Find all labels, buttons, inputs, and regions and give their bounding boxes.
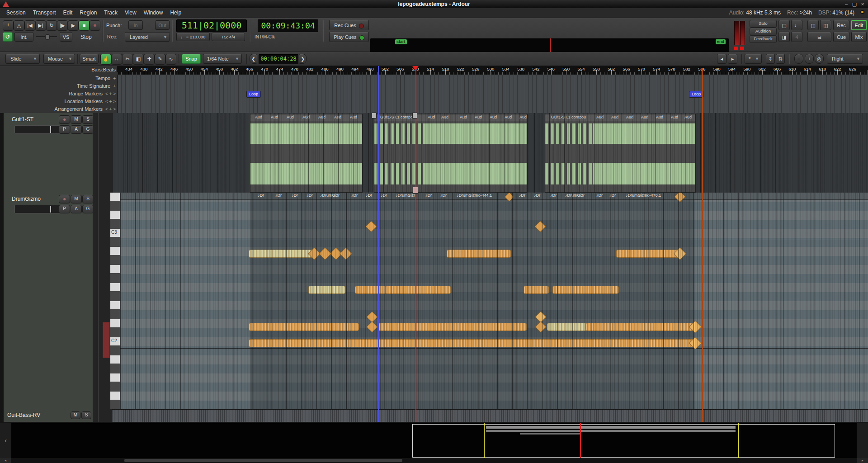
ruler-lane-3[interactable]: [118, 90, 868, 98]
secondary-clock[interactable]: 00:09:43:04: [258, 19, 318, 32]
midi-region-name[interactable]: ♪Dr: [425, 193, 432, 198]
menu-track[interactable]: Track: [100, 8, 121, 17]
maximize-button[interactable]: ▢: [851, 1, 858, 7]
start-marker[interactable]: start: [395, 39, 407, 44]
audio-track-canvas-guit1[interactable]: AudAudAudAudAudAudAudGuit1-ST.1 compouAu…: [112, 113, 868, 193]
grid-unit-dropdown[interactable]: 1/64 Note▼: [203, 54, 242, 64]
playhead-cursor-icon[interactable]: [412, 66, 419, 71]
monitor-count-button[interactable]: 4: [791, 32, 802, 42]
follow-playhead-icon[interactable]: ♩: [791, 20, 802, 30]
midi-region-name[interactable]: ♪Dr: [275, 193, 282, 198]
feedback-indicator-button[interactable]: Feedback: [750, 35, 777, 43]
midi-scroomer-keyboard[interactable]: C3 C2: [110, 193, 120, 409]
zoom-focus-dropdown[interactable]: Right▼: [827, 54, 863, 64]
punch-out-button[interactable]: Out: [155, 20, 170, 30]
transport-loop-button[interactable]: ↻: [46, 20, 57, 31]
transport-play-range-button[interactable]: |▶: [57, 20, 68, 31]
nav-prev-button[interactable]: ❮: [250, 54, 257, 64]
tool-grab-content-button[interactable]: ✚: [144, 54, 155, 65]
midi-region-name[interactable]: ♪Dr: [258, 193, 264, 198]
summary-right-edge[interactable]: [857, 423, 868, 458]
midi-region-name[interactable]: ♪Dr: [519, 193, 525, 198]
ruler-label-arrangement-markers[interactable]: Arrangement Markers< + >: [0, 106, 116, 113]
meter-clip-right[interactable]: [740, 47, 744, 50]
track-name[interactable]: Guit1-ST: [12, 116, 33, 123]
audio-region[interactable]: Guit1-ST.1 compouAudAudAudAudAudAudAud: [374, 114, 528, 193]
ruler-lane-controls[interactable]: < + >: [105, 107, 116, 112]
menu-region[interactable]: Region: [76, 8, 100, 17]
ruler-lane-controls[interactable]: < + >: [105, 99, 116, 104]
midi-note[interactable]: [308, 286, 345, 294]
gain-fader[interactable]: [14, 205, 62, 213]
punch-in-button[interactable]: In: [128, 20, 143, 30]
record-enable-button[interactable]: ●: [59, 195, 70, 203]
zoom-out-button[interactable]: −: [794, 54, 803, 64]
midi-note[interactable]: [552, 286, 619, 294]
loop-range-marker[interactable]: Loop: [689, 91, 703, 98]
ruler-lane-1[interactable]: [118, 75, 868, 83]
zoom-to-session-button[interactable]: ◎: [815, 54, 824, 64]
summary-prev-button[interactable]: ‹: [0, 423, 11, 458]
midi-region-area[interactable]: [250, 193, 695, 409]
tool-trim-button[interactable]: ◧: [133, 54, 144, 65]
nav-clock[interactable]: 00:00:04:28: [259, 54, 298, 64]
edit-point-dropdown[interactable]: Mouse▼: [43, 54, 75, 64]
midi-region-name[interactable]: ♪Dr: [609, 193, 616, 198]
rec-page-button[interactable]: Rec: [833, 20, 849, 30]
play-cues-button[interactable]: Play Cues: [329, 32, 369, 42]
group-button[interactable]: G: [82, 125, 94, 134]
session-summary[interactable]: [11, 423, 857, 458]
marker-menu-dropdown[interactable]: *▼: [745, 54, 762, 64]
ruler-label-range-markers[interactable]: Range Markers< + >: [0, 91, 116, 98]
ruler-lane-controls[interactable]: < + >: [105, 91, 116, 96]
midi-note[interactable]: [249, 339, 695, 347]
edit-mode-dropdown[interactable]: Slide▼: [5, 54, 40, 64]
playlist-button[interactable]: P: [59, 205, 70, 213]
ruler-canvas[interactable]: 4344384424464504544584624664704744784824…: [118, 66, 868, 113]
midi-region-name[interactable]: ♪Dr: [351, 193, 358, 198]
midi-note[interactable]: [616, 250, 680, 258]
midi-region-name[interactable]: ♪Dr: [366, 193, 372, 198]
edit-page-button[interactable]: Edit: [851, 20, 867, 30]
midi-note[interactable]: [447, 250, 511, 258]
audition-indicator-button[interactable]: Audition: [750, 28, 777, 35]
midi-region-name[interactable]: ♪DrumGizr: [320, 193, 340, 198]
midi-note[interactable]: [249, 323, 359, 331]
menu-help[interactable]: Help: [166, 8, 185, 17]
track-header-guit1[interactable]: Guit1-ST ● M S P A G: [4, 113, 93, 193]
loop-range-marker[interactable]: Loop: [246, 91, 261, 98]
solo-button[interactable]: S: [82, 115, 94, 124]
transport-play-button[interactable]: ▶: [68, 20, 79, 31]
ruler-lane-controls[interactable]: +: [113, 76, 116, 81]
summary-viewbox[interactable]: [412, 424, 835, 458]
rec-mode-dropdown[interactable]: Layered▼: [125, 32, 170, 42]
midi-region-name[interactable]: ♪DrumGizr: [396, 193, 415, 198]
marker-handle[interactable]: [413, 187, 418, 194]
fit-tracks-button[interactable]: ⇕: [766, 54, 775, 64]
monitor-int-button[interactable]: Int.: [14, 32, 33, 42]
transport-goto-end-button[interactable]: ▶|: [35, 20, 46, 31]
midi-region-name[interactable]: ♪DrumGizmo-470.1: [626, 193, 661, 198]
ruler-lane-5[interactable]: [118, 105, 868, 113]
transport-midi-panic-button[interactable]: !: [3, 20, 14, 31]
tool-grab-button[interactable]: ☝: [100, 54, 111, 65]
midi-note[interactable]: [524, 286, 549, 294]
ruler-label-bars-beats[interactable]: Bars:Beats: [0, 67, 116, 75]
mute-button[interactable]: M: [71, 115, 82, 124]
playlist-button[interactable]: P: [59, 125, 70, 134]
transport-goto-start-button[interactable]: |◀: [24, 20, 35, 31]
midi-region-name[interactable]: ♪Dr: [292, 193, 298, 198]
group-button[interactable]: G: [82, 205, 94, 213]
midi-note[interactable]: [355, 286, 386, 294]
auto-return-button[interactable]: ↺: [3, 32, 13, 42]
ruler-label-location-markers[interactable]: Location Markers< + >: [0, 99, 116, 105]
menu-view[interactable]: View: [121, 8, 140, 17]
scroomer-range-handle[interactable]: [103, 322, 110, 358]
smart-mode-button[interactable]: Smart: [80, 54, 99, 64]
meterbridge-icon[interactable]: ◨: [778, 32, 790, 42]
track-height-button[interactable]: ⇅: [776, 54, 785, 64]
rec-cues-button[interactable]: Rec Cues: [329, 20, 369, 30]
midi-track-canvas-drumgizmo[interactable]: ♪Dr♪Dr♪Dr♪Dr♪DrumGizr♪Dr♪Dr♪Dr♪DrumGizr♪…: [120, 193, 868, 409]
primary-clock[interactable]: 511|02|0000: [176, 19, 247, 32]
editor-props-toggle-icon[interactable]: ◫: [820, 20, 831, 30]
